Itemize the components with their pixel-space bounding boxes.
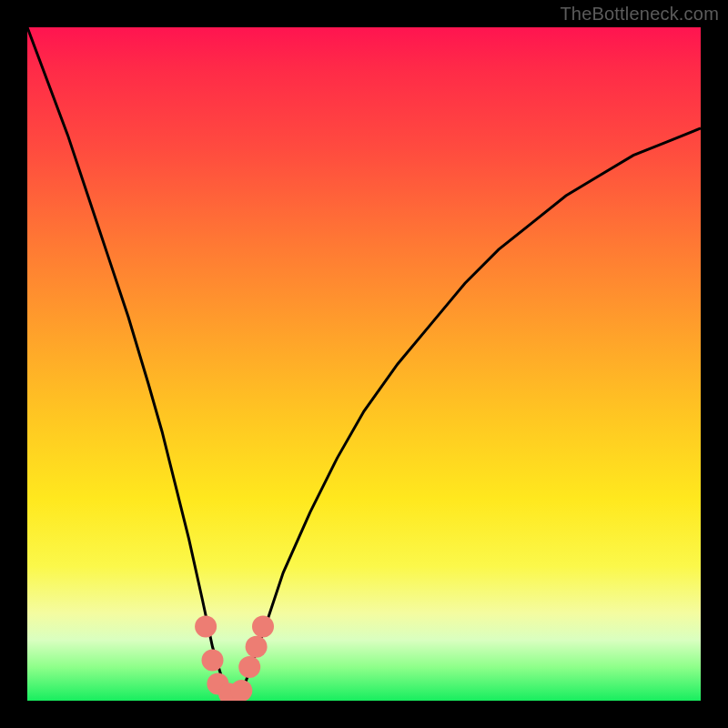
- marker-layer: [27, 27, 701, 701]
- curve-marker: [246, 636, 268, 658]
- curve-marker: [230, 680, 252, 701]
- curve-marker: [252, 616, 274, 638]
- chart-frame: TheBottleneck.com: [0, 0, 728, 728]
- curve-marker: [195, 616, 217, 638]
- markers-group: [195, 616, 274, 701]
- watermark-text: TheBottleneck.com: [560, 4, 719, 25]
- plot-area: [27, 27, 701, 701]
- curve-marker: [202, 650, 224, 672]
- curve-marker: [238, 656, 260, 678]
